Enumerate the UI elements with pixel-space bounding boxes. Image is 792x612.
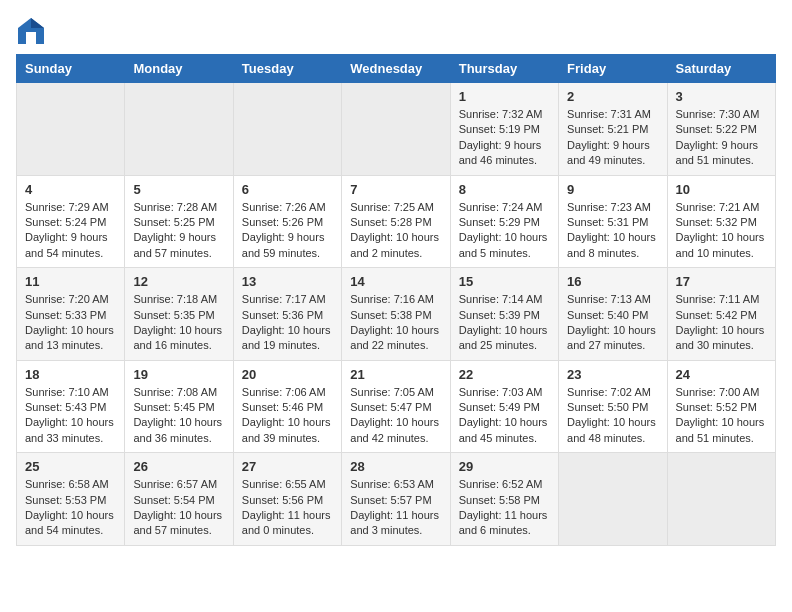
day-info: Sunrise: 7:25 AM Sunset: 5:28 PM Dayligh… [350, 200, 441, 262]
calendar-cell: 4Sunrise: 7:29 AM Sunset: 5:24 PM Daylig… [17, 175, 125, 268]
day-header-tuesday: Tuesday [233, 55, 341, 83]
calendar-cell: 9Sunrise: 7:23 AM Sunset: 5:31 PM Daylig… [559, 175, 667, 268]
day-number: 20 [242, 367, 333, 382]
calendar-cell: 29Sunrise: 6:52 AM Sunset: 5:58 PM Dayli… [450, 453, 558, 546]
calendar-cell: 15Sunrise: 7:14 AM Sunset: 5:39 PM Dayli… [450, 268, 558, 361]
day-number: 10 [676, 182, 767, 197]
day-number: 11 [25, 274, 116, 289]
day-info: Sunrise: 7:03 AM Sunset: 5:49 PM Dayligh… [459, 385, 550, 447]
day-number: 24 [676, 367, 767, 382]
day-header-friday: Friday [559, 55, 667, 83]
calendar-week-row: 4Sunrise: 7:29 AM Sunset: 5:24 PM Daylig… [17, 175, 776, 268]
day-info: Sunrise: 7:06 AM Sunset: 5:46 PM Dayligh… [242, 385, 333, 447]
day-number: 4 [25, 182, 116, 197]
day-info: Sunrise: 7:16 AM Sunset: 5:38 PM Dayligh… [350, 292, 441, 354]
day-number: 1 [459, 89, 550, 104]
day-info: Sunrise: 7:10 AM Sunset: 5:43 PM Dayligh… [25, 385, 116, 447]
calendar-cell: 3Sunrise: 7:30 AM Sunset: 5:22 PM Daylig… [667, 83, 775, 176]
calendar-cell: 22Sunrise: 7:03 AM Sunset: 5:49 PM Dayli… [450, 360, 558, 453]
calendar-cell: 18Sunrise: 7:10 AM Sunset: 5:43 PM Dayli… [17, 360, 125, 453]
calendar-cell: 13Sunrise: 7:17 AM Sunset: 5:36 PM Dayli… [233, 268, 341, 361]
svg-marker-1 [31, 18, 44, 28]
day-info: Sunrise: 7:13 AM Sunset: 5:40 PM Dayligh… [567, 292, 658, 354]
logo [16, 16, 50, 46]
day-number: 22 [459, 367, 550, 382]
day-info: Sunrise: 7:31 AM Sunset: 5:21 PM Dayligh… [567, 107, 658, 169]
calendar-week-row: 11Sunrise: 7:20 AM Sunset: 5:33 PM Dayli… [17, 268, 776, 361]
calendar-week-row: 1Sunrise: 7:32 AM Sunset: 5:19 PM Daylig… [17, 83, 776, 176]
calendar-cell: 8Sunrise: 7:24 AM Sunset: 5:29 PM Daylig… [450, 175, 558, 268]
calendar-cell: 26Sunrise: 6:57 AM Sunset: 5:54 PM Dayli… [125, 453, 233, 546]
calendar-cell: 17Sunrise: 7:11 AM Sunset: 5:42 PM Dayli… [667, 268, 775, 361]
calendar-cell: 6Sunrise: 7:26 AM Sunset: 5:26 PM Daylig… [233, 175, 341, 268]
calendar-cell: 24Sunrise: 7:00 AM Sunset: 5:52 PM Dayli… [667, 360, 775, 453]
day-info: Sunrise: 7:23 AM Sunset: 5:31 PM Dayligh… [567, 200, 658, 262]
day-info: Sunrise: 7:05 AM Sunset: 5:47 PM Dayligh… [350, 385, 441, 447]
day-info: Sunrise: 6:57 AM Sunset: 5:54 PM Dayligh… [133, 477, 224, 539]
day-info: Sunrise: 7:24 AM Sunset: 5:29 PM Dayligh… [459, 200, 550, 262]
svg-rect-2 [26, 32, 36, 44]
day-number: 19 [133, 367, 224, 382]
day-info: Sunrise: 7:28 AM Sunset: 5:25 PM Dayligh… [133, 200, 224, 262]
day-info: Sunrise: 7:21 AM Sunset: 5:32 PM Dayligh… [676, 200, 767, 262]
day-number: 13 [242, 274, 333, 289]
day-number: 25 [25, 459, 116, 474]
day-info: Sunrise: 7:00 AM Sunset: 5:52 PM Dayligh… [676, 385, 767, 447]
day-number: 16 [567, 274, 658, 289]
day-info: Sunrise: 6:52 AM Sunset: 5:58 PM Dayligh… [459, 477, 550, 539]
day-info: Sunrise: 7:14 AM Sunset: 5:39 PM Dayligh… [459, 292, 550, 354]
day-info: Sunrise: 7:11 AM Sunset: 5:42 PM Dayligh… [676, 292, 767, 354]
day-header-wednesday: Wednesday [342, 55, 450, 83]
calendar-cell: 7Sunrise: 7:25 AM Sunset: 5:28 PM Daylig… [342, 175, 450, 268]
day-number: 23 [567, 367, 658, 382]
day-number: 14 [350, 274, 441, 289]
calendar-cell: 21Sunrise: 7:05 AM Sunset: 5:47 PM Dayli… [342, 360, 450, 453]
day-info: Sunrise: 7:17 AM Sunset: 5:36 PM Dayligh… [242, 292, 333, 354]
header [16, 16, 776, 46]
logo-icon [16, 16, 46, 46]
day-number: 3 [676, 89, 767, 104]
calendar-cell: 10Sunrise: 7:21 AM Sunset: 5:32 PM Dayli… [667, 175, 775, 268]
day-number: 5 [133, 182, 224, 197]
day-number: 21 [350, 367, 441, 382]
calendar-cell: 27Sunrise: 6:55 AM Sunset: 5:56 PM Dayli… [233, 453, 341, 546]
calendar-week-row: 25Sunrise: 6:58 AM Sunset: 5:53 PM Dayli… [17, 453, 776, 546]
calendar-week-row: 18Sunrise: 7:10 AM Sunset: 5:43 PM Dayli… [17, 360, 776, 453]
calendar-cell: 19Sunrise: 7:08 AM Sunset: 5:45 PM Dayli… [125, 360, 233, 453]
day-number: 8 [459, 182, 550, 197]
day-header-monday: Monday [125, 55, 233, 83]
day-number: 2 [567, 89, 658, 104]
day-number: 27 [242, 459, 333, 474]
day-number: 28 [350, 459, 441, 474]
calendar-cell: 12Sunrise: 7:18 AM Sunset: 5:35 PM Dayli… [125, 268, 233, 361]
day-header-saturday: Saturday [667, 55, 775, 83]
day-info: Sunrise: 7:08 AM Sunset: 5:45 PM Dayligh… [133, 385, 224, 447]
day-info: Sunrise: 7:30 AM Sunset: 5:22 PM Dayligh… [676, 107, 767, 169]
day-info: Sunrise: 6:55 AM Sunset: 5:56 PM Dayligh… [242, 477, 333, 539]
calendar-cell: 14Sunrise: 7:16 AM Sunset: 5:38 PM Dayli… [342, 268, 450, 361]
day-number: 18 [25, 367, 116, 382]
calendar-cell: 16Sunrise: 7:13 AM Sunset: 5:40 PM Dayli… [559, 268, 667, 361]
calendar-cell [559, 453, 667, 546]
day-number: 9 [567, 182, 658, 197]
day-info: Sunrise: 7:20 AM Sunset: 5:33 PM Dayligh… [25, 292, 116, 354]
day-number: 7 [350, 182, 441, 197]
day-number: 6 [242, 182, 333, 197]
day-info: Sunrise: 7:02 AM Sunset: 5:50 PM Dayligh… [567, 385, 658, 447]
calendar-cell: 23Sunrise: 7:02 AM Sunset: 5:50 PM Dayli… [559, 360, 667, 453]
calendar-cell [667, 453, 775, 546]
day-number: 15 [459, 274, 550, 289]
calendar-cell [233, 83, 341, 176]
day-number: 12 [133, 274, 224, 289]
day-info: Sunrise: 7:18 AM Sunset: 5:35 PM Dayligh… [133, 292, 224, 354]
day-info: Sunrise: 7:26 AM Sunset: 5:26 PM Dayligh… [242, 200, 333, 262]
calendar-cell: 1Sunrise: 7:32 AM Sunset: 5:19 PM Daylig… [450, 83, 558, 176]
calendar-cell: 25Sunrise: 6:58 AM Sunset: 5:53 PM Dayli… [17, 453, 125, 546]
day-number: 26 [133, 459, 224, 474]
calendar: SundayMondayTuesdayWednesdayThursdayFrid… [16, 54, 776, 546]
calendar-cell: 20Sunrise: 7:06 AM Sunset: 5:46 PM Dayli… [233, 360, 341, 453]
day-info: Sunrise: 7:29 AM Sunset: 5:24 PM Dayligh… [25, 200, 116, 262]
day-header-sunday: Sunday [17, 55, 125, 83]
calendar-cell: 5Sunrise: 7:28 AM Sunset: 5:25 PM Daylig… [125, 175, 233, 268]
day-number: 17 [676, 274, 767, 289]
